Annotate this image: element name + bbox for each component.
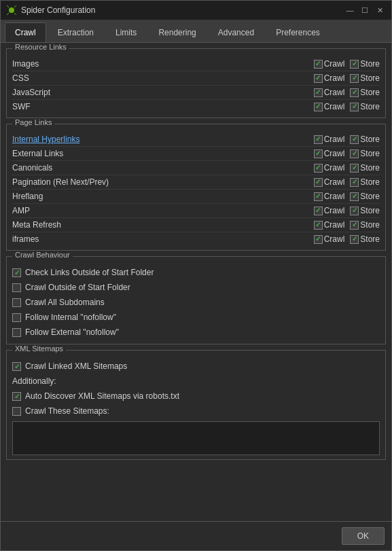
label-crawl-outside: Crawl Outside of Start Folder bbox=[25, 283, 130, 292]
label-crawl-these-sitemaps: Crawl These Sitemaps: bbox=[25, 406, 109, 416]
additionally-row: Additionally: bbox=[12, 374, 380, 389]
cb-check-links[interactable]: ✓ bbox=[12, 268, 21, 277]
cb-crawl-subdomains[interactable] bbox=[12, 298, 21, 307]
crawl-label-images: Crawl bbox=[324, 59, 345, 69]
label-check-links: Check Links Outside of Start Folder bbox=[25, 268, 154, 277]
row-auto-discover: ✓ Auto Discover XML Sitemaps via robots.… bbox=[12, 389, 380, 404]
tab-limits[interactable]: Limits bbox=[105, 22, 147, 42]
crawl-behaviour-title: Crawl Behaviour bbox=[12, 251, 73, 259]
store-cb-js[interactable]: ✓ bbox=[350, 88, 359, 97]
label-follow-internal: Follow Internal "nofollow" bbox=[25, 313, 116, 322]
crawl-cb-swf[interactable]: ✓ bbox=[314, 103, 323, 111]
store-cb-external[interactable]: ✓ bbox=[350, 149, 359, 158]
minimize-button[interactable]: — bbox=[344, 4, 356, 16]
row-external-links: External Links ✓Crawl ✓Store bbox=[12, 147, 380, 161]
additionally-label: Additionally: bbox=[12, 374, 56, 389]
crawl-behaviour-body: ✓ Check Links Outside of Start Folder Cr… bbox=[7, 257, 385, 344]
svg-line-1 bbox=[7, 5, 9, 7]
crawl-group-images: ✓ Crawl bbox=[314, 59, 345, 69]
crawl-cb-canonicals[interactable]: ✓ bbox=[314, 164, 323, 173]
behaviour-row-crawl-subdomains: Crawl All Subdomains bbox=[12, 295, 380, 310]
cb-crawl-these-sitemaps[interactable] bbox=[12, 407, 21, 416]
row-javascript: JavaScript ✓Crawl ✓Store bbox=[12, 86, 380, 100]
crawl-cb-internal[interactable]: ✓ bbox=[314, 135, 323, 144]
cb-crawl-outside[interactable] bbox=[12, 283, 21, 292]
cb-follow-external[interactable] bbox=[12, 328, 21, 337]
store-cb-swf[interactable]: ✓ bbox=[350, 103, 359, 111]
xml-sitemaps-title: XML Sitemaps bbox=[12, 344, 66, 353]
ok-button[interactable]: OK bbox=[342, 527, 385, 545]
store-cb-meta-refresh[interactable]: ✓ bbox=[350, 221, 359, 230]
maximize-button[interactable]: ☐ bbox=[359, 4, 371, 16]
page-links-body: Internal Hyperlinks ✓Crawl ✓Store Extern… bbox=[7, 124, 385, 250]
title-bar-left: Spider Configuration bbox=[6, 5, 95, 16]
behaviour-row-follow-external: Follow External "nofollow" bbox=[12, 325, 380, 340]
svg-line-4 bbox=[14, 13, 16, 15]
title-bar-controls: — ☐ ✕ bbox=[344, 4, 386, 16]
label-hreflang: Hreflang bbox=[12, 192, 308, 201]
store-cb-images[interactable]: ✓ bbox=[350, 60, 359, 69]
row-canonicals: Canonicals ✓Crawl ✓Store bbox=[12, 161, 380, 175]
check-icon: ✓ bbox=[315, 60, 321, 67]
store-cb-internal[interactable]: ✓ bbox=[350, 135, 359, 144]
crawl-cb-amp[interactable]: ✓ bbox=[314, 207, 323, 215]
store-cb-pagination[interactable]: ✓ bbox=[350, 178, 359, 187]
tab-extraction[interactable]: Extraction bbox=[48, 22, 104, 42]
label-pagination: Pagination (Rel Next/Prev) bbox=[12, 177, 308, 187]
svg-line-3 bbox=[7, 13, 9, 15]
check-icon: ✓ bbox=[315, 75, 321, 82]
crawl-cb-js[interactable]: ✓ bbox=[314, 88, 323, 97]
row-swf: SWF ✓Crawl ✓Store bbox=[12, 100, 380, 113]
row-pagination: Pagination (Rel Next/Prev) ✓Crawl ✓Store bbox=[12, 175, 380, 190]
crawl-cb-external[interactable]: ✓ bbox=[314, 149, 323, 158]
tab-preferences[interactable]: Preferences bbox=[266, 22, 330, 42]
store-label-swf: Store bbox=[360, 102, 380, 111]
cb-follow-internal[interactable] bbox=[12, 313, 21, 322]
svg-point-0 bbox=[9, 7, 14, 13]
label-internal-hyperlinks: Internal Hyperlinks bbox=[12, 135, 308, 144]
check-icon: ✓ bbox=[315, 89, 321, 96]
label-swf: SWF bbox=[12, 102, 308, 111]
label-canonicals: Canonicals bbox=[12, 163, 308, 173]
cb-auto-discover[interactable]: ✓ bbox=[12, 392, 21, 401]
store-cb-canonicals[interactable]: ✓ bbox=[350, 164, 359, 173]
crawl-cb-meta-refresh[interactable]: ✓ bbox=[314, 221, 323, 230]
check-icon: ✓ bbox=[14, 393, 20, 400]
footer: OK bbox=[1, 521, 391, 550]
title-bar: Spider Configuration — ☐ ✕ bbox=[1, 1, 391, 20]
cb-crawl-linked-sitemaps[interactable]: ✓ bbox=[12, 362, 21, 371]
crawl-cb-images[interactable]: ✓ bbox=[314, 60, 323, 69]
label-crawl-subdomains: Crawl All Subdomains bbox=[25, 298, 105, 307]
row-crawl-linked-sitemaps: ✓ Crawl Linked XML Sitemaps bbox=[12, 359, 380, 374]
row-css: CSS ✓Crawl ✓Store bbox=[12, 71, 380, 86]
store-cb-hreflang[interactable]: ✓ bbox=[350, 192, 359, 201]
crawl-cb-hreflang[interactable]: ✓ bbox=[314, 192, 323, 201]
window: Spider Configuration — ☐ ✕ Crawl Extract… bbox=[0, 0, 392, 551]
store-group-images: ✓ Store bbox=[350, 59, 380, 69]
label-css: CSS bbox=[12, 73, 308, 83]
label-javascript: JavaScript bbox=[12, 88, 308, 97]
crawl-cb-pagination[interactable]: ✓ bbox=[314, 178, 323, 187]
store-cb-iframes[interactable]: ✓ bbox=[350, 235, 359, 244]
store-cb-amp[interactable]: ✓ bbox=[350, 207, 359, 215]
store-label-js: Store bbox=[360, 88, 380, 97]
crawl-cb-iframes[interactable]: ✓ bbox=[314, 235, 323, 244]
close-button[interactable]: ✕ bbox=[374, 4, 386, 16]
store-cb-css[interactable]: ✓ bbox=[350, 74, 359, 83]
crawl-cb-css[interactable]: ✓ bbox=[314, 74, 323, 83]
label-external-links: External Links bbox=[12, 149, 308, 158]
resource-links-section: Resource Links Images ✓ Crawl ✓ Store bbox=[6, 48, 386, 118]
store-label-images: Store bbox=[360, 59, 380, 69]
tab-crawl[interactable]: Crawl bbox=[5, 22, 46, 42]
tabs-bar: Crawl Extraction Limits Rendering Advanc… bbox=[1, 20, 391, 43]
store-label-css: Store bbox=[360, 73, 380, 83]
behaviour-row-follow-internal: Follow Internal "nofollow" bbox=[12, 310, 380, 325]
check-icon: ✓ bbox=[14, 269, 20, 277]
crawl-behaviour-section: Crawl Behaviour ✓ Check Links Outside of… bbox=[6, 256, 386, 344]
svg-line-2 bbox=[14, 5, 16, 7]
label-crawl-linked-sitemaps: Crawl Linked XML Sitemaps bbox=[25, 361, 127, 371]
sitemaps-textarea[interactable] bbox=[12, 421, 380, 455]
tab-advanced[interactable]: Advanced bbox=[208, 22, 264, 42]
xml-sitemaps-body: ✓ Crawl Linked XML Sitemaps Additionally… bbox=[7, 351, 385, 459]
tab-rendering[interactable]: Rendering bbox=[148, 22, 206, 42]
